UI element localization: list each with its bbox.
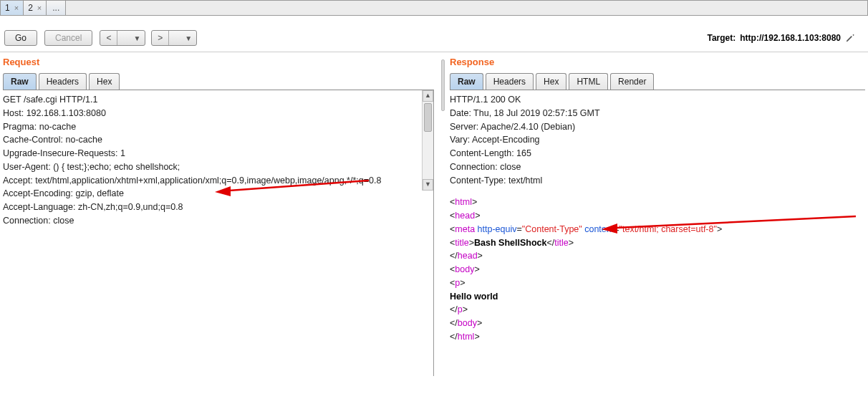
tab-render[interactable]: Render bbox=[610, 73, 654, 90]
response-line: HTTP/1.1 200 OK bbox=[450, 93, 865, 107]
chevron-left-icon: < bbox=[100, 33, 117, 43]
request-line: Accept-Encoding: gzip, deflate bbox=[3, 187, 433, 201]
chevron-right-icon: > bbox=[152, 33, 168, 43]
response-body-line: </head> bbox=[450, 249, 865, 263]
request-line: Accept-Language: zh-CN,zh;q=0.9,und;q=0.… bbox=[3, 201, 433, 214]
tab-raw[interactable]: Raw bbox=[3, 73, 37, 90]
edit-icon[interactable] bbox=[845, 33, 855, 43]
divider bbox=[117, 31, 129, 45]
scroll-up-icon[interactable]: ▲ bbox=[423, 90, 433, 102]
response-body-line: <p> bbox=[450, 276, 865, 290]
response-line: Connection: close bbox=[450, 160, 865, 174]
tab-raw[interactable]: Raw bbox=[450, 73, 483, 90]
tab-headers[interactable]: Headers bbox=[39, 73, 87, 90]
target-display: Target: http://192.168.1.103:8080 bbox=[707, 33, 864, 43]
close-icon[interactable]: × bbox=[37, 4, 42, 12]
response-body-line: Hello world bbox=[450, 290, 865, 304]
response-tabs: Raw Headers Hex HTML Render bbox=[447, 73, 868, 90]
target-label: Target: bbox=[707, 33, 736, 43]
response-body-line: <html> bbox=[450, 196, 865, 209]
tab-html[interactable]: HTML bbox=[569, 73, 608, 90]
next-button[interactable]: > ▼ bbox=[151, 30, 197, 46]
close-icon[interactable]: × bbox=[14, 4, 19, 12]
request-raw-body[interactable]: GET /safe.cgi HTTP/1.1 Host: 192.168.1.1… bbox=[3, 90, 434, 376]
request-line: User-Agent: () { test;};echo; echo shell… bbox=[3, 160, 433, 174]
prev-button[interactable]: < ▼ bbox=[100, 30, 145, 46]
request-line: Upgrade-Insecure-Requests: 1 bbox=[3, 147, 433, 160]
divider bbox=[168, 31, 180, 45]
window-tab-1[interactable]: 1 × bbox=[1, 1, 24, 15]
request-heading: Request bbox=[0, 52, 437, 73]
window-tab-2[interactable]: 2 × bbox=[24, 1, 47, 15]
response-line: Content-Length: 165 bbox=[450, 147, 865, 160]
scroll-thumb[interactable] bbox=[424, 103, 432, 132]
response-body-line: <title>Bash ShellShock</title> bbox=[450, 236, 865, 250]
tab-hex[interactable]: Hex bbox=[89, 73, 120, 90]
request-line: GET /safe.cgi HTTP/1.1 bbox=[3, 93, 433, 107]
scrollbar[interactable]: ▲ ▼ bbox=[422, 90, 433, 191]
ellipsis-label: ... bbox=[52, 3, 59, 13]
tab-2-label: 2 bbox=[28, 3, 33, 13]
response-body-line: <meta http-equiv="Content-Type" content=… bbox=[450, 223, 865, 236]
tab-headers[interactable]: Headers bbox=[486, 73, 534, 90]
response-body-line: <body> bbox=[450, 263, 865, 276]
response-line: Date: Thu, 18 Jul 2019 02:57:15 GMT bbox=[450, 107, 865, 120]
dropdown-icon: ▼ bbox=[180, 34, 196, 42]
go-button[interactable]: Go bbox=[4, 30, 37, 46]
window-tabs: 1 × 2 × ... bbox=[0, 0, 868, 16]
response-line: Vary: Accept-Encoding bbox=[450, 133, 865, 147]
response-line: Content-Type: text/html bbox=[450, 174, 865, 188]
window-tab-overflow[interactable]: ... bbox=[47, 1, 66, 15]
response-body-line: </html> bbox=[450, 330, 865, 344]
tab-1-label: 1 bbox=[5, 3, 10, 13]
request-line: Cache-Control: no-cache bbox=[3, 133, 433, 147]
response-line: Server: Apache/2.4.10 (Debian) bbox=[450, 120, 865, 134]
toolbar: Go Cancel < ▼ > ▼ Target: http://192.168… bbox=[0, 16, 868, 52]
request-line: Host: 192.168.1.103:8080 bbox=[3, 107, 433, 120]
response-body-line: </body> bbox=[450, 317, 865, 330]
target-url: http://192.168.1.103:8080 bbox=[740, 33, 841, 43]
response-body-line: </p> bbox=[450, 303, 865, 317]
tab-hex[interactable]: Hex bbox=[536, 73, 566, 90]
dropdown-icon: ▼ bbox=[129, 34, 145, 42]
scroll-down-icon[interactable]: ▼ bbox=[423, 179, 433, 191]
response-raw-body[interactable]: HTTP/1.1 200 OK Date: Thu, 18 Jul 2019 0… bbox=[450, 90, 865, 376]
request-line: Pragma: no-cache bbox=[3, 120, 433, 134]
pane-splitter[interactable] bbox=[437, 52, 447, 398]
request-line: Connection: close bbox=[3, 214, 433, 228]
response-heading: Response bbox=[447, 52, 868, 73]
request-tabs: Raw Headers Hex bbox=[0, 73, 437, 90]
request-line: Accept: text/html,application/xhtml+xml,… bbox=[3, 174, 433, 188]
cancel-button[interactable]: Cancel bbox=[44, 30, 92, 46]
response-body-line: <head> bbox=[450, 209, 865, 223]
